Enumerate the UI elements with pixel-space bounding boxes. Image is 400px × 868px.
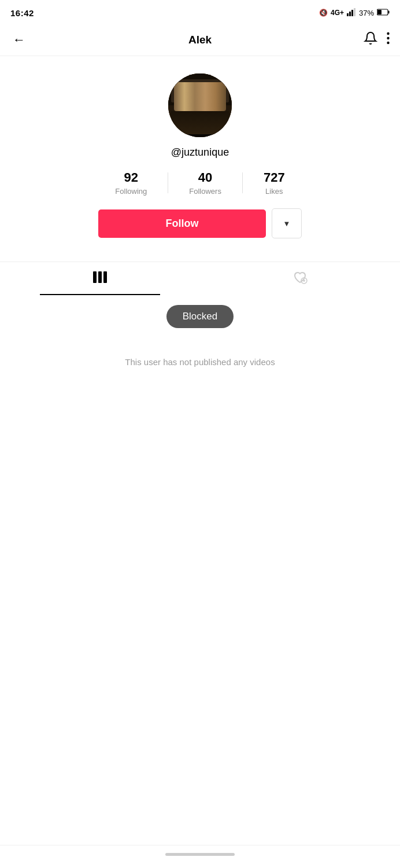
svg-rect-1 — [349, 12, 351, 16]
svg-rect-15 — [201, 84, 216, 98]
back-button[interactable]: ← — [10, 30, 28, 50]
svg-rect-25 — [168, 73, 232, 137]
svg-rect-0 — [347, 13, 349, 16]
svg-rect-6 — [388, 10, 390, 13]
liked-heart-icon — [292, 270, 308, 288]
svg-rect-18 — [210, 104, 219, 118]
svg-rect-5 — [377, 10, 382, 14]
more-options-button[interactable] — [387, 32, 390, 48]
blocked-badge: Blocked — [166, 305, 234, 328]
tab-liked[interactable] — [200, 262, 400, 296]
status-time: 16:42 — [10, 8, 34, 18]
profile-section: @juztunique 92 Following 40 Followers 72… — [0, 56, 400, 256]
bottom-bar — [0, 845, 400, 868]
battery-level: 37% — [359, 9, 374, 17]
svg-rect-26 — [93, 271, 97, 283]
svg-point-9 — [387, 42, 389, 44]
likes-count: 727 — [264, 170, 285, 185]
svg-rect-2 — [351, 10, 353, 16]
svg-point-7 — [387, 32, 389, 35]
battery-icon — [377, 9, 390, 17]
dropdown-arrow-icon: ▼ — [283, 219, 291, 228]
dropdown-button[interactable]: ▼ — [272, 208, 302, 238]
svg-rect-28 — [103, 271, 107, 283]
tab-videos[interactable] — [0, 263, 200, 295]
following-label: Following — [115, 187, 147, 196]
followers-stat[interactable]: 40 Followers — [168, 170, 242, 196]
svg-rect-17 — [197, 101, 210, 119]
nav-actions — [364, 31, 390, 49]
svg-rect-12 — [171, 79, 229, 102]
action-buttons: Follow ▼ — [12, 208, 388, 238]
page-title: Alek — [188, 34, 212, 46]
bottom-indicator — [165, 853, 235, 856]
followers-label: Followers — [189, 187, 221, 196]
svg-rect-16 — [186, 102, 196, 119]
avatar — [168, 73, 232, 137]
notification-button[interactable] — [364, 31, 377, 49]
avatar-image — [168, 73, 232, 137]
svg-point-8 — [387, 37, 389, 39]
likes-label: Likes — [265, 187, 283, 196]
following-count: 92 — [124, 170, 138, 185]
mute-icon: 🔇 — [319, 9, 328, 17]
signal-text: 4G+ — [331, 9, 344, 17]
svg-rect-10 — [168, 73, 232, 137]
tabs-row — [0, 262, 400, 296]
tabs-section — [0, 262, 400, 296]
empty-message-text: This user has not published any videos — [125, 357, 275, 367]
empty-content-message: This user has not published any videos — [0, 334, 400, 390]
svg-rect-13 — [183, 82, 217, 100]
signal-bars-icon — [347, 8, 356, 18]
following-stat[interactable]: 92 Following — [94, 170, 168, 196]
blocked-container: Blocked — [0, 296, 400, 334]
top-navigation: ← Alek — [0, 24, 400, 56]
status-icons: 🔇 4G+ 37% — [319, 8, 390, 18]
follow-button[interactable]: Follow — [98, 209, 266, 238]
followers-count: 40 — [198, 170, 212, 185]
videos-grid-icon — [92, 271, 108, 287]
svg-rect-3 — [354, 8, 355, 16]
svg-rect-14 — [184, 84, 200, 98]
status-bar: 16:42 🔇 4G+ 37% — [0, 0, 400, 24]
profile-username: @juztunique — [171, 146, 229, 159]
likes-stat[interactable]: 727 Likes — [243, 170, 306, 196]
svg-rect-27 — [98, 271, 102, 283]
stats-row: 92 Following 40 Followers 727 Likes — [12, 170, 388, 196]
